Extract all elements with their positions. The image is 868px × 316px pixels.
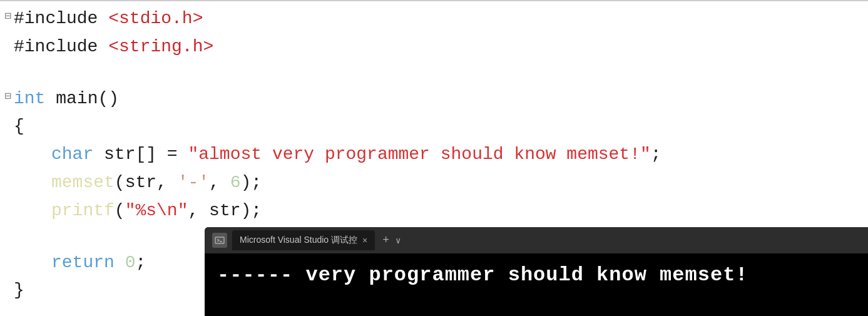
code-token: "almost very programmer should know mems…	[188, 145, 650, 164]
code-token: 0	[125, 253, 136, 272]
line-collapse-icon[interactable]: ⊟	[0, 85, 14, 106]
code-token: <stdio.h>	[108, 9, 203, 28]
terminal-titlebar: Microsoft Visual Studio 调试控 × + ∨	[205, 227, 868, 253]
line-gutter	[0, 141, 14, 143]
code-token: {	[14, 113, 24, 141]
code-line: {	[0, 113, 868, 141]
code-token: memset	[51, 173, 115, 192]
code-line-content: #include <stdio.h>	[14, 5, 203, 33]
code-token: "%s\n"	[125, 201, 188, 220]
code-token: '-'	[178, 173, 209, 192]
terminal-icon	[212, 233, 227, 248]
code-token: ;	[651, 145, 661, 164]
code-token: main()	[45, 89, 119, 108]
terminal-body: ------ very programmer should know memse…	[205, 253, 868, 316]
code-token: 6	[230, 173, 241, 192]
code-line: #include <string.h>	[0, 33, 868, 61]
line-gutter	[0, 169, 14, 171]
code-line-content: return 0;	[51, 249, 146, 277]
terminal-tab-title: Microsoft Visual Studio 调试控	[240, 235, 357, 246]
line-gutter	[0, 33, 14, 36]
code-line-content: char str[] = "almost very programmer sho…	[51, 141, 661, 169]
code-token: , str);	[188, 201, 262, 220]
line-gutter	[0, 249, 14, 252]
code-token: #include	[14, 37, 108, 56]
code-token: }	[14, 277, 24, 305]
line-gutter	[0, 113, 14, 115]
code-line: char str[] = "almost very programmer sho…	[0, 141, 868, 169]
code-line-content: int main()	[14, 85, 119, 113]
terminal-tab-close-button[interactable]: ×	[362, 235, 367, 245]
terminal-tab[interactable]: Microsoft Visual Studio 调试控 ×	[232, 230, 375, 250]
line-collapse-icon[interactable]: ⊟	[0, 5, 14, 26]
terminal-panel: Microsoft Visual Studio 调试控 × + ∨ ------…	[205, 227, 868, 316]
code-token: return	[51, 253, 115, 272]
code-token: char	[51, 145, 93, 164]
code-token: <string.h>	[108, 37, 213, 56]
editor-area: ⊟ #include <stdio.h> #include <string.h>…	[0, 0, 868, 316]
code-token: printf	[51, 201, 115, 220]
blank-line	[0, 61, 868, 85]
code-token: str[] =	[93, 145, 188, 164]
code-line-content: #include <string.h>	[14, 33, 213, 61]
code-token: (	[115, 201, 125, 220]
code-token: int	[14, 89, 45, 108]
code-line: memset(str, '-', 6);	[0, 169, 868, 197]
line-gutter	[0, 197, 14, 200]
terminal-add-tab-button[interactable]: +	[382, 234, 389, 247]
terminal-output: ------ very programmer should know memse…	[217, 263, 855, 287]
code-token: ;	[135, 253, 146, 272]
code-token: (str,	[115, 173, 178, 192]
top-border	[0, 0, 868, 1]
code-token	[115, 253, 125, 272]
code-line: ⊟ #include <stdio.h>	[0, 5, 868, 33]
line-gutter	[0, 277, 14, 279]
code-token: #include	[14, 9, 108, 28]
code-line-content: printf("%s\n", str);	[51, 197, 262, 225]
terminal-chevron-button[interactable]: ∨	[396, 235, 401, 246]
code-line-content: memset(str, '-', 6);	[51, 169, 262, 197]
code-line: printf("%s\n", str);	[0, 197, 868, 225]
code-token: );	[241, 173, 262, 192]
code-line: ⊟ int main()	[0, 85, 868, 113]
code-token: ,	[209, 173, 230, 192]
